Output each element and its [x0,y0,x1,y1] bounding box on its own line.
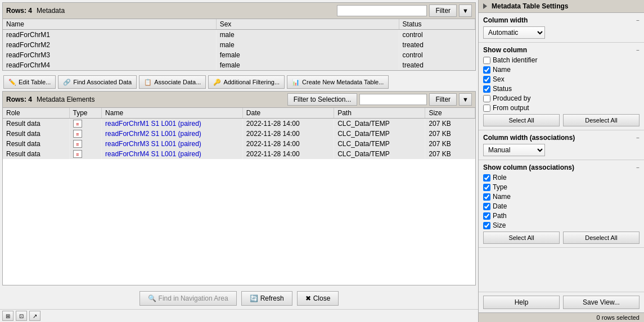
cell-path: CLC_Data/TEMP [334,139,425,149]
show-column-checkbox[interactable] [483,57,490,64]
table-row[interactable]: readForChrM2 male treated [3,40,475,50]
cell-sex: female [216,60,399,70]
assoc-checkbox-label: Size [493,221,506,229]
save-view-button[interactable]: Save View... [563,296,640,309]
deselect-all-button[interactable]: Deselect All [563,114,640,126]
bottom-table-title: Metadata Elements [37,96,94,103]
cell-size: 207 KB [425,149,475,159]
show-column-checkbox[interactable] [483,85,490,93]
show-column-checkbox[interactable] [483,105,490,112]
cell-name: readForChrM3 [3,50,216,60]
show-column-checkbox[interactable] [483,95,490,102]
table-row[interactable]: Result data ≡ readForChrM4 S1 L001 (pair… [3,149,475,159]
create-new-metadata-icon: 📊 [292,79,300,86]
table-row[interactable]: readForChrM1 male control [3,30,475,40]
assoc-show-column-checkbox[interactable] [483,184,490,191]
show-column-checkbox[interactable] [483,66,490,74]
table-row[interactable]: Result data ≡ readForChrM3 S1 L001 (pair… [3,139,475,149]
cell-path: CLC_Data/TEMP [334,129,425,139]
associate-data-label: Associate Data... [154,79,201,85]
cell-status: control [399,50,475,60]
assoc-deselect-all-button[interactable]: Deselect All [563,232,640,244]
table-row[interactable]: readForChrM3 female control [3,50,475,60]
column-width-title: Column width [483,16,528,24]
checkbox-row: Batch identifier [483,56,640,64]
cell-role: Result data [3,119,69,129]
associate-data-button[interactable]: 📋 Associate Data... [139,75,206,89]
assoc-checkbox-row: Path [483,212,640,220]
assoc-checkbox-label: Path [493,212,507,220]
additional-filtering-button[interactable]: 🔑 Additional Filtering... [208,75,285,89]
checkbox-label: Status [493,85,512,93]
assoc-show-column-checkbox[interactable] [483,212,490,220]
top-filter-input[interactable] [337,5,427,16]
right-panel-title: Metadata Table Settings [479,0,644,13]
checkbox-label: From output [493,104,529,112]
select-all-button[interactable]: Select All [483,114,560,126]
cell-status: treated [399,60,475,70]
column-width-dropdown[interactable]: Automatic Manual Fixed [483,26,545,39]
assoc-checkbox-row: Role [483,174,640,182]
assoc-show-column-checkbox[interactable] [483,203,490,210]
mini-btn-3[interactable]: ↗ [29,311,40,321]
col-header-elem-name: Name [102,108,243,119]
close-button[interactable]: ✖ Close [297,291,339,306]
cell-size: 207 KB [425,139,475,149]
top-filter-dropdown[interactable]: ▼ [459,4,472,17]
checkbox-row: Sex [483,75,640,83]
col-width-assoc-minimize[interactable]: − [636,135,640,141]
assoc-checkbox-label: Name [493,193,511,201]
show-col-assoc-title: Show column (associations) [483,164,574,171]
cell-type: ≡ [69,149,102,159]
show-column-checkbox[interactable] [483,76,490,83]
col-header-date: Date [242,108,334,119]
table-row[interactable]: readForChrM4 female treated [3,60,475,70]
table-row[interactable]: Result data ≡ readForChrM1 S1 L001 (pair… [3,119,475,129]
refresh-label: Refresh [260,294,284,302]
column-width-minimize[interactable]: − [636,17,640,24]
show-col-assoc-minimize[interactable]: − [636,165,640,171]
assoc-show-column-checkbox[interactable] [483,193,490,201]
col-header-role: Role [3,108,69,119]
cell-date: 2022-11-28 14:00 [242,139,334,149]
col-width-assoc-dropdown[interactable]: Manual Automatic Fixed [483,144,545,156]
find-in-navigation-button[interactable]: 🔍 Find in Navigation Area [139,291,237,306]
mini-toolbar: ⊞ ⊡ ↗ [0,309,478,322]
find-associated-label: Find Associated Data [73,79,132,85]
show-column-minimize[interactable]: − [636,47,640,53]
col-header-path: Path [334,108,425,119]
col-width-assoc-section: Column width (associations) − Manual Aut… [479,130,644,160]
col-header-name: Name [3,19,216,30]
panel-triangle-icon [483,3,487,9]
assoc-show-column-checkbox[interactable] [483,174,490,182]
bottom-filter-button[interactable]: Filter [429,93,457,106]
mini-btn-2[interactable]: ⊡ [16,311,27,321]
top-filter-button[interactable]: Filter [429,4,457,17]
help-button[interactable]: Help [483,296,560,309]
find-associated-icon: 🔗 [63,79,71,86]
refresh-icon: 🔄 [250,294,258,302]
status-bar: 0 rows selected [479,312,644,322]
main-toolbar: ✏️ Edit Table... 🔗 Find Associated Data … [0,73,478,91]
bottom-filter-input[interactable] [359,94,427,105]
edit-table-icon: ✏️ [8,79,16,86]
assoc-select-all-button[interactable]: Select All [483,232,560,244]
find-associated-button[interactable]: 🔗 Find Associated Data [58,75,137,89]
column-width-section: Column width − Automatic Manual Fixed [479,13,644,43]
assoc-show-column-checkbox[interactable] [483,222,490,229]
table-row[interactable]: Result data ≡ readForChrM2 S1 L001 (pair… [3,129,475,139]
assoc-checkbox-label: Role [493,174,507,182]
filter-to-selection-button[interactable]: Filter to Selection... [287,93,358,106]
cell-path: CLC_Data/TEMP [334,119,425,129]
col-header-sex: Sex [216,19,399,30]
bottom-actions: 🔍 Find in Navigation Area 🔄 Refresh ✖ Cl… [0,288,478,309]
refresh-button[interactable]: 🔄 Refresh [241,291,292,306]
cell-type: ≡ [69,139,102,149]
mini-btn-1[interactable]: ⊞ [2,311,13,321]
col-header-type: Type [69,108,102,119]
create-new-metadata-button[interactable]: 📊 Create New Metadata Table... [287,75,389,89]
cell-role: Result data [3,149,69,159]
cell-elem-name: readForChrM4 S1 L001 (paired) [102,149,243,159]
bottom-filter-dropdown[interactable]: ▼ [459,93,472,106]
edit-table-button[interactable]: ✏️ Edit Table... [3,75,56,89]
